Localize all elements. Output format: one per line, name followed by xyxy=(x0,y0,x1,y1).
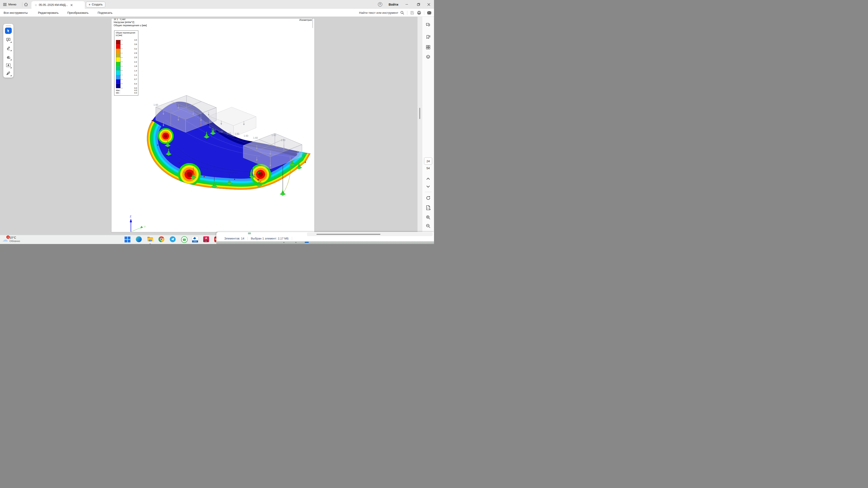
comment-plus-icon xyxy=(6,37,11,42)
svg-text:1.60: 1.60 xyxy=(281,139,285,141)
weather-condition: Облачно xyxy=(9,239,20,243)
menu-label: Меню xyxy=(8,3,16,6)
weather-widget[interactable]: ☁ 3 10°C Облачно xyxy=(2,236,20,243)
add-comment-tool-button[interactable] xyxy=(5,37,12,43)
maximize-button[interactable] xyxy=(414,0,422,9)
chrome-icon xyxy=(158,236,164,242)
total-pages-label: 54 xyxy=(427,166,430,170)
svg-text:Z: Z xyxy=(250,163,252,166)
bookmarks-panel-button[interactable] xyxy=(426,35,430,39)
help-button[interactable]: ? xyxy=(376,0,384,9)
minimize-button[interactable] xyxy=(403,0,410,9)
edge-icon xyxy=(136,236,142,242)
active-app-indicator xyxy=(305,242,309,243)
right-tool-rail: 24 54 1:1 xyxy=(422,17,434,235)
thumbnails-panel-button[interactable] xyxy=(426,45,430,50)
chrome-taskbar-button[interactable] xyxy=(158,236,165,242)
divider xyxy=(407,11,407,15)
dropdown-arrow xyxy=(10,67,11,68)
select-tool-button[interactable] xyxy=(5,28,12,34)
create-button[interactable]: + Создать xyxy=(86,2,105,7)
document-viewer: 1.60 1.60 1.60 1.60 1.60 1.60 1.60 1.60 … xyxy=(0,17,434,235)
horizontal-scrollbar-thumb[interactable] xyxy=(316,234,380,235)
file-explorer-peek-window[interactable]: Элементов: 14 Выбран 1 элемент: 2,17 МБ xyxy=(216,232,434,241)
highlight-tool-button[interactable] xyxy=(5,45,12,51)
svg-text:1.60: 1.60 xyxy=(211,129,216,131)
star-icon[interactable]: ☆ xyxy=(35,3,37,7)
whatsapp-icon: ☎ xyxy=(181,236,188,243)
svg-text:1.60: 1.60 xyxy=(244,134,248,137)
save-icon[interactable] xyxy=(410,11,414,15)
quick-tools-palette xyxy=(3,24,13,78)
legend-title: Общие перемещения |u| [мм] xyxy=(116,32,135,36)
svg-text:1.60: 1.60 xyxy=(203,121,208,124)
fem-model-drawing: 1.60 1.60 1.60 1.60 1.60 1.60 1.60 1.60 … xyxy=(112,19,314,232)
svg-text:X: X xyxy=(260,180,261,183)
svg-text:1.60: 1.60 xyxy=(235,132,239,135)
email-icon[interactable] xyxy=(427,11,431,14)
text-box-tool-button[interactable] xyxy=(5,62,12,68)
fill-sign-tool-button[interactable] xyxy=(5,70,12,76)
convert-menu[interactable]: Преобразовать xyxy=(67,9,89,17)
legend-color-bar xyxy=(116,40,124,89)
result-legend: Общие перемещения |u| [мм] xyxy=(114,31,138,96)
all-tools-menu[interactable]: Все инструменты xyxy=(4,9,28,17)
hamburger-icon xyxy=(3,3,6,6)
divider xyxy=(424,11,424,15)
kompas-taskbar-button[interactable]: 2023 xyxy=(192,236,198,242)
edge-taskbar-button[interactable] xyxy=(136,236,142,242)
file-icon-fragment xyxy=(248,232,251,234)
tab-close-icon[interactable] xyxy=(70,4,72,6)
svg-text:1.60: 1.60 xyxy=(272,134,276,136)
whatsapp-taskbar-button[interactable]: ☎ xyxy=(181,236,187,242)
svg-text:Z: Z xyxy=(130,215,131,218)
telegram-taskbar-button[interactable] xyxy=(170,236,176,242)
print-icon[interactable] xyxy=(417,11,421,15)
close-button[interactable] xyxy=(425,0,433,9)
selection-label: Выбран 1 элемент: 2,17 МБ xyxy=(251,237,289,240)
current-page-input[interactable]: 24 xyxy=(424,158,432,165)
home-icon xyxy=(24,2,28,6)
previous-page-button[interactable] xyxy=(426,177,430,180)
telegram-icon xyxy=(170,236,176,242)
home-button[interactable] xyxy=(24,0,28,9)
dropdown-arrow xyxy=(10,75,11,76)
autocad-taskbar-button[interactable]: A CAD xyxy=(203,236,210,242)
draw-tool-button[interactable] xyxy=(5,54,12,61)
help-icon: ? xyxy=(378,2,382,6)
next-page-button[interactable] xyxy=(426,186,430,188)
palette-drag-handle[interactable] xyxy=(6,26,11,26)
start-button[interactable] xyxy=(124,236,131,242)
rotate-page-button[interactable] xyxy=(426,196,430,200)
pdf-page[interactable]: 1.60 1.60 1.60 1.60 1.60 1.60 1.60 1.60 … xyxy=(111,18,315,232)
running-indicator xyxy=(283,242,284,243)
menu-button[interactable]: Меню xyxy=(3,0,16,9)
svg-text:1.60: 1.60 xyxy=(253,136,258,139)
items-count-label: Элементов: 14 xyxy=(224,237,244,240)
edit-menu[interactable]: Редактировать xyxy=(38,9,59,17)
layers-panel-button[interactable] xyxy=(426,55,430,59)
file-explorer-taskbar-button[interactable] xyxy=(147,236,153,242)
view-name-label: Изометрия xyxy=(299,19,312,21)
sign-in-button[interactable]: Войти xyxy=(389,0,398,9)
global-axis-indicator: Z Y xyxy=(130,215,146,232)
vertical-scrollbar-thumb[interactable] xyxy=(419,108,420,119)
comments-panel-button[interactable] xyxy=(426,23,430,27)
zoom-in-button[interactable] xyxy=(426,215,430,220)
cloud-icon: ☁ 3 xyxy=(2,236,8,243)
svg-text:1.60: 1.60 xyxy=(218,130,223,133)
notification-badge: 3 xyxy=(6,235,10,239)
acrobat-toolbar: Все инструменты Редактировать Преобразов… xyxy=(0,9,434,17)
text-select-icon xyxy=(6,63,11,68)
vertical-scrollbar[interactable] xyxy=(417,17,422,235)
search-button[interactable]: Найти текст или инструмент xyxy=(359,11,404,15)
document-tab[interactable]: ☆ 05.05.-2025 КМ-КМД... xyxy=(31,1,85,9)
zoom-out-button[interactable] xyxy=(426,224,430,228)
result-header: ЗГ1 : Снег Нагрузки [кН/м^2] Общие перем… xyxy=(114,18,147,27)
folder-icon xyxy=(147,236,153,242)
plus-icon: + xyxy=(89,3,90,6)
page-fit-button[interactable]: 1:1 xyxy=(426,205,431,210)
fountain-pen-icon xyxy=(6,71,11,75)
sign-menu[interactable]: Подписать xyxy=(98,9,112,17)
current-page-value: 24 xyxy=(427,160,430,163)
